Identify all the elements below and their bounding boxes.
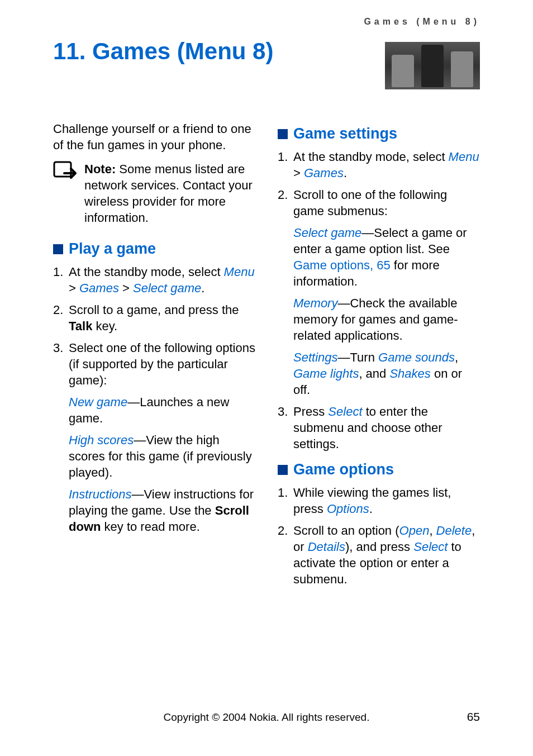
step-body: Scroll to an option (Open, Delete, or De…	[293, 522, 480, 587]
step-number: 1.	[278, 484, 293, 501]
section-bullet-icon	[278, 129, 288, 139]
step-number: 2.	[53, 302, 69, 318]
play-a-game-heading: Play a game	[53, 239, 255, 259]
list-item: 2. Scroll to an option (Open, Delete, or…	[278, 522, 480, 587]
sub-item: Instructions—View instructions for playi…	[69, 486, 255, 535]
section-bullet-icon	[278, 465, 288, 475]
step-number: 2.	[278, 187, 293, 203]
step-number: 2.	[278, 522, 293, 539]
game-settings-heading: Game settings	[278, 124, 480, 144]
step-number: 3.	[278, 403, 293, 420]
step-body: Press Select to enter the submenu and ch…	[293, 403, 480, 452]
step-number: 1.	[53, 264, 69, 280]
note-label: Note:	[84, 162, 116, 176]
games-illustration	[385, 42, 480, 89]
list-item: 2. Scroll to a game, and press the Talk …	[53, 302, 255, 334]
step-number: 3.	[53, 340, 69, 356]
section-title: Game options	[293, 460, 394, 480]
list-item: 3. Select one of the following options (…	[53, 340, 255, 388]
chess-piece-icon	[421, 45, 444, 87]
cross-reference-link[interactable]: Game options, 65	[293, 258, 391, 272]
chess-piece-icon	[392, 55, 414, 87]
step-body: Scroll to one of the following game subm…	[293, 187, 480, 219]
sub-item: Select game—Select a game or enter a gam…	[293, 225, 480, 289]
step-body: While viewing the games list, press Opti…	[293, 484, 480, 517]
copyright-footer: Copyright © 2004 Nokia. All rights reser…	[0, 711, 533, 724]
sub-item: Settings—Turn Game sounds, Game lights, …	[293, 349, 480, 398]
section-title: Play a game	[69, 239, 156, 259]
note-block: Note: Some menus listed are network serv…	[53, 161, 255, 226]
step-body: At the standby mode, select Menu > Games…	[293, 149, 480, 181]
svg-rect-0	[54, 162, 71, 177]
sub-item: New game—Launches a new game.	[69, 394, 255, 426]
section-title: Game settings	[293, 124, 397, 144]
game-options-heading: Game options	[278, 460, 480, 480]
note-text: Note: Some menus listed are network serv…	[84, 161, 255, 226]
list-item: 1. At the standby mode, select Menu > Ga…	[278, 149, 480, 181]
running-header: Games (Menu 8)	[53, 17, 480, 27]
list-item: 1. At the standby mode, select Menu > Ga…	[53, 264, 255, 296]
note-icon	[53, 161, 78, 186]
sub-item: High scores—View the high scores for thi…	[69, 432, 255, 481]
chess-piece-icon	[451, 51, 473, 87]
step-number: 1.	[278, 149, 293, 165]
section-bullet-icon	[53, 244, 63, 254]
list-item: 3. Press Select to enter the submenu and…	[278, 403, 480, 452]
list-item: 2. Scroll to one of the following game s…	[278, 187, 480, 219]
intro-text: Challenge yourself or a friend to one of…	[53, 121, 255, 153]
list-item: 1. While viewing the games list, press O…	[278, 484, 480, 517]
step-body: Select one of the following options (if …	[69, 340, 255, 388]
step-body: Scroll to a game, and press the Talk key…	[69, 302, 255, 334]
page-number: 65	[467, 710, 480, 724]
step-body: At the standby mode, select Menu > Games…	[69, 264, 255, 296]
sub-item: Memory—Check the available memory for ga…	[293, 295, 480, 344]
